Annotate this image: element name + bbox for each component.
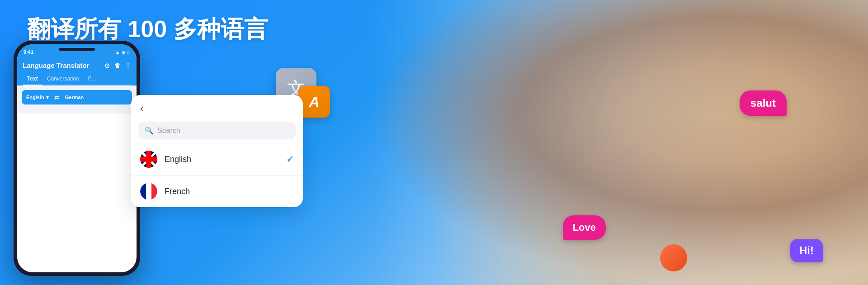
phone-notch [59, 48, 95, 51]
selected-checkmark: ✓ [286, 154, 294, 165]
phone-header-icons: ⊙ ♛ ⋮ [104, 62, 131, 69]
phone-time: 9:41 [24, 49, 33, 55]
french-flag [140, 183, 157, 200]
tab-photo[interactable]: P... [84, 73, 100, 85]
swap-button[interactable]: ⇄ [54, 94, 60, 101]
english-flag [140, 151, 157, 168]
language-item-french[interactable]: French [131, 175, 303, 207]
tab-text[interactable]: Text [23, 73, 42, 86]
search-icon: 🔍 [145, 126, 154, 135]
phone-body: Englsih ▾ ⇄ German [17, 86, 137, 114]
language-list: English ✓ French [131, 143, 303, 207]
crown-icon[interactable]: ♛ [114, 62, 120, 69]
search-bar[interactable]: 🔍 Search [138, 122, 296, 139]
english-label: English [165, 155, 279, 164]
more-icon[interactable]: ⋮ [125, 62, 131, 69]
dropdown-back-button[interactable]: ‹ [131, 95, 303, 118]
target-language-button[interactable]: German [65, 95, 84, 100]
search-placeholder: Search [157, 127, 180, 135]
language-dropdown: ‹ 🔍 Search English ✓ Frenc [131, 95, 303, 207]
language-item-english[interactable]: English ✓ [131, 143, 303, 175]
tab-conversation[interactable]: Conversation [42, 73, 84, 85]
phone-header: Language Translator ⊙ ♛ ⋮ Text Conversat… [17, 58, 137, 86]
source-language-button[interactable]: Englsih ▾ [26, 95, 49, 100]
phone-app-title-bar: Language Translator ⊙ ♛ ⋮ [23, 62, 131, 69]
english-char-bubble: A [298, 86, 330, 118]
french-label: French [165, 187, 294, 196]
bubble-love: Love [563, 215, 606, 240]
bubble-hi: Hi! [790, 239, 823, 262]
app-title-text: Language Translator [23, 62, 90, 69]
swap-icon: ⇄ [54, 94, 60, 101]
bubble-orange-decorative [660, 244, 687, 271]
phone-tabs: Text Conversation P... [23, 73, 131, 86]
phone-status-icons: ▲◉□ [115, 50, 130, 55]
en-char: A [309, 94, 319, 110]
camera-icon[interactable]: ⊙ [104, 62, 110, 69]
status-bar: 9:41 ▲◉□ [17, 44, 137, 58]
back-arrow-icon: ‹ [140, 103, 143, 114]
bubble-salut: salut [740, 90, 787, 116]
language-bar: Englsih ▾ ⇄ German [22, 90, 132, 104]
phone-mockup: 9:41 ▲◉□ Language Translator ⊙ ♛ ⋮ Text … [14, 41, 140, 276]
chevron-down-icon: ▾ [46, 95, 49, 100]
